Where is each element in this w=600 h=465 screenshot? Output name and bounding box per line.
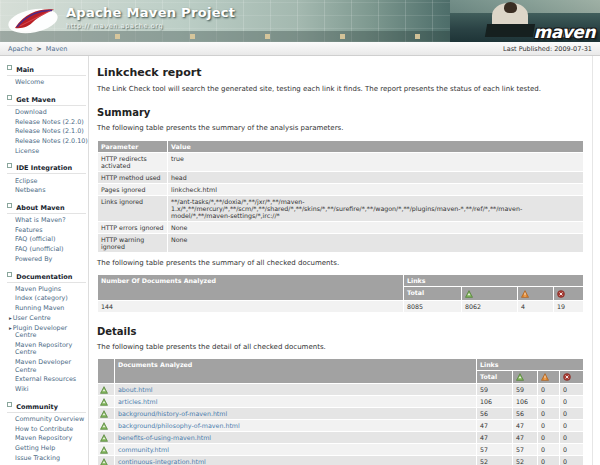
sidebar-entry[interactable]: Welcome [7, 78, 88, 88]
sidebar-label[interactable]: IDE Integration [16, 164, 72, 172]
ok-count: 47 [512, 432, 537, 444]
sidebar-label[interactable]: Get Maven [16, 96, 55, 104]
sidebar-entry[interactable]: Community [7, 402, 86, 413]
document-link[interactable]: community.html [118, 446, 169, 453]
sidebar-label[interactable]: Release Notes (2.1.0) [15, 127, 84, 135]
sidebar-label[interactable]: About Maven [16, 204, 64, 212]
document-link[interactable]: benefits-of-using-maven.html [118, 434, 211, 441]
sidebar-label[interactable]: Maven Plugins [15, 285, 61, 293]
site-title-link[interactable]: Apache Maven Project http:// maven.apach… [66, 5, 235, 30]
sidebar-label[interactable]: Plugin Developer Centre [13, 324, 67, 340]
sidebar-label[interactable]: FAQ (unofficial) [15, 245, 64, 253]
sidebar-entry[interactable]: Maven Developer Centre [7, 358, 88, 375]
row-status-cell [98, 396, 115, 408]
summary-heading: Summary [97, 107, 584, 118]
sidebar-entry[interactable]: Release Notes (2.0.10) [7, 137, 88, 147]
ok-count: 106 [512, 396, 537, 408]
sidebar-entry[interactable]: Issue Tracking [7, 454, 88, 464]
sidebar: Main Welcome Get Maven Download Release … [0, 56, 89, 465]
sidebar-label[interactable]: How to Contribute [15, 425, 73, 433]
breadcrumb-link-apache[interactable]: Apache [8, 45, 32, 53]
success-icon [516, 373, 524, 381]
sidebar-entry[interactable]: Maven Repository Centre [7, 341, 88, 358]
document-link[interactable]: about.html [118, 386, 153, 393]
sidebar-label[interactable]: User Centre [13, 314, 51, 322]
documents-count-header: Number Of Documents Analyzed [98, 275, 404, 300]
sidebar-entry[interactable]: External Resources [7, 375, 88, 385]
sidebar-label[interactable]: External Resources [15, 375, 76, 383]
sidebar-entry[interactable]: Maven Repository [7, 434, 88, 444]
sidebar-entry[interactable]: Release Notes (2.1.0) [7, 127, 88, 137]
sidebar-entry[interactable]: Powered By [7, 255, 88, 265]
document-row: community.html 57 57 0 0 [98, 444, 584, 456]
sidebar-label[interactable]: Issue Tracking [15, 454, 60, 462]
sidebar-label[interactable]: Community Overview [15, 415, 84, 423]
sidebar-label[interactable]: Documentation [16, 273, 72, 281]
sidebar-label[interactable]: Powered By [15, 255, 52, 263]
document-row: background/history-of-maven.html 56 56 0… [98, 408, 584, 420]
sidebar-label[interactable]: Eclipse [15, 177, 37, 185]
sidebar-entry[interactable]: Main [7, 65, 86, 76]
sidebar-entry[interactable]: Download [7, 108, 88, 118]
sidebar-entry[interactable]: Eclipse [7, 176, 88, 186]
sidebar-label[interactable]: License [15, 147, 39, 155]
sidebar-entry[interactable]: Getting Help [7, 444, 88, 454]
sidebar-label[interactable]: Release Notes (2.0.10) [15, 137, 88, 145]
total-count: 106 [476, 396, 512, 408]
sidebar-entry[interactable]: FAQ (official) [7, 235, 88, 245]
page: Apache Maven Project http:// maven.apach… [0, 0, 600, 465]
document-link[interactable]: background/history-of-maven.html [118, 410, 227, 417]
sidebar-label[interactable]: Community [16, 403, 58, 411]
warning-icon [541, 373, 549, 381]
sidebar-label[interactable]: Maven Developer Centre [15, 358, 71, 374]
warning-count-header [537, 371, 559, 384]
sidebar-entry[interactable]: Wiki [7, 385, 88, 395]
document-link[interactable]: continuous-integration.html [118, 458, 206, 465]
sidebar-entry[interactable]: Index (category) [7, 294, 88, 304]
sidebar-entry[interactable]: ▸User Centre [7, 314, 88, 324]
photo-laptop [485, 24, 535, 37]
sidebar-entry[interactable]: Documentation [7, 272, 86, 283]
document-link[interactable]: background/philosophy-of-maven.html [118, 422, 240, 429]
sidebar-label[interactable]: Maven Repository Centre [15, 341, 72, 357]
sidebar-label[interactable]: Index (category) [15, 294, 68, 302]
sidebar-entry[interactable]: How to Contribute [7, 425, 88, 435]
sidebar-entry[interactable]: Get Maven [7, 95, 86, 106]
sidebar-label[interactable]: Wiki [15, 385, 28, 393]
sidebar-label[interactable]: Download [15, 108, 47, 116]
sidebar-label[interactable]: Netbeans [15, 186, 46, 194]
sidebar-label[interactable]: Running Maven [15, 304, 64, 312]
breadcrumb-link-maven[interactable]: Maven [46, 45, 68, 53]
sidebar-label[interactable]: What is Maven? [15, 216, 66, 224]
sidebar-entry[interactable]: Maven Plugins [7, 285, 88, 295]
sidebar-label[interactable]: Getting Help [15, 444, 55, 452]
sidebar-entry[interactable]: Community Overview [7, 415, 88, 425]
document-row: articles.html 106 106 0 0 [98, 396, 584, 408]
sidebar-entry[interactable]: FAQ (unofficial) [7, 245, 88, 255]
sidebar-entry[interactable]: About Maven [7, 203, 86, 214]
sidebar-entry[interactable]: ▸Plugin Developer Centre [7, 323, 88, 340]
sidebar-entry[interactable]: What is Maven? [7, 216, 88, 226]
maven-logo[interactable]: maven [534, 22, 595, 42]
sidebar-entry[interactable]: IDE Integration [7, 163, 86, 174]
parameter-row: HTTP method used head [98, 171, 584, 183]
sidebar-label[interactable]: Main [16, 66, 34, 74]
sidebar-label[interactable]: Features [15, 226, 42, 234]
sidebar-entry[interactable]: Netbeans [7, 186, 88, 196]
sidebar-label[interactable]: Welcome [15, 78, 44, 86]
sidebar-label[interactable]: Maven Repository [15, 434, 72, 442]
document-cell: articles.html [115, 396, 477, 408]
value-header: Value [168, 140, 584, 152]
apache-feather-logo[interactable] [6, 3, 64, 37]
sidebar-entry[interactable]: Release Notes (2.2.0) [7, 117, 88, 127]
sidebar-label[interactable]: FAQ (official) [15, 235, 55, 243]
sidebar-entry[interactable]: Running Maven [7, 304, 88, 314]
sidebar-entry[interactable]: Features [7, 226, 88, 236]
parameter-name: HTTP redirects activated [98, 152, 168, 171]
sidebar-label[interactable]: Release Notes (2.2.0) [15, 118, 84, 126]
error-count-header [559, 371, 583, 384]
document-row: continuous-integration.html 52 52 0 0 [98, 456, 584, 465]
sidebar-entry[interactable]: License [7, 147, 88, 157]
row-status-cell [98, 384, 115, 396]
document-link[interactable]: articles.html [118, 398, 157, 405]
